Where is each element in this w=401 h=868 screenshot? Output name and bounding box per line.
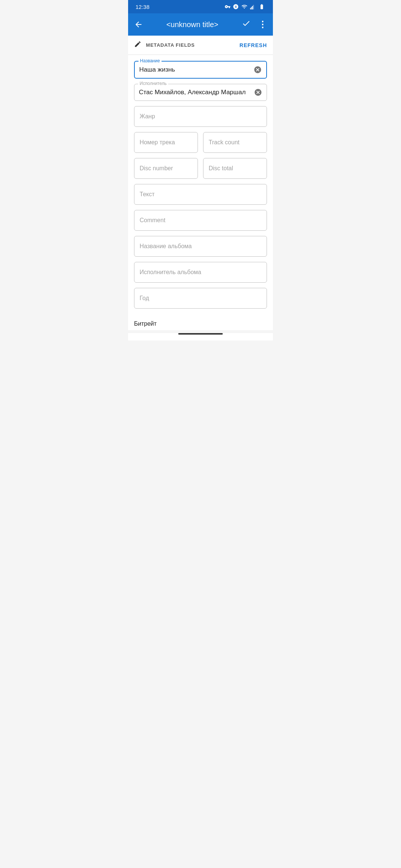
year-field[interactable]: Год bbox=[134, 288, 267, 309]
status-time: 12:38 bbox=[136, 4, 150, 10]
refresh-button[interactable]: REFRESH bbox=[239, 42, 267, 48]
edit-icon bbox=[134, 40, 141, 50]
lyrics-field[interactable]: Текст bbox=[134, 184, 267, 205]
svg-rect-1 bbox=[251, 7, 252, 10]
artist-input[interactable] bbox=[139, 87, 254, 98]
more-button[interactable]: ⋮ bbox=[258, 19, 267, 30]
comment-field[interactable]: Comment bbox=[134, 210, 267, 231]
album-title-field[interactable]: Название альбома bbox=[134, 236, 267, 257]
artist-input-row bbox=[139, 87, 262, 98]
status-icons bbox=[225, 4, 265, 10]
status-bar: 12:38 bbox=[128, 0, 273, 13]
app-bar-actions: ⋮ bbox=[242, 19, 267, 30]
artist-label: Исполнитель bbox=[138, 81, 168, 86]
genre-field[interactable]: Жанр bbox=[134, 106, 267, 127]
svg-rect-0 bbox=[250, 8, 251, 9]
app-bar-title: <unknown title> bbox=[149, 20, 236, 29]
key-icon bbox=[225, 4, 231, 10]
album-artist-field[interactable]: Исполнитель альбома bbox=[134, 262, 267, 283]
svg-rect-2 bbox=[252, 6, 253, 9]
toolbar-label: METADATA FIELDS bbox=[146, 42, 239, 48]
battery-icon bbox=[258, 4, 265, 10]
toolbar: METADATA FIELDS REFRESH bbox=[128, 36, 273, 55]
name-input-row bbox=[139, 65, 262, 75]
bitrate-label: Битрейт bbox=[134, 315, 267, 330]
track-row: Номер трека Track count bbox=[134, 132, 267, 153]
svg-rect-3 bbox=[253, 5, 254, 9]
wifi-icon bbox=[241, 4, 248, 10]
name-clear-button[interactable] bbox=[254, 66, 262, 74]
check-button[interactable] bbox=[242, 19, 251, 30]
name-input[interactable] bbox=[139, 65, 254, 75]
block-icon bbox=[233, 4, 239, 10]
artist-clear-button[interactable] bbox=[254, 88, 262, 96]
artist-field-container[interactable]: Исполнитель bbox=[134, 84, 267, 101]
content-area: Название Исполнитель Жанр Номер трека Tr… bbox=[128, 55, 273, 315]
name-label: Название bbox=[138, 58, 162, 63]
back-button[interactable] bbox=[134, 20, 143, 29]
app-bar: <unknown title> ⋮ bbox=[128, 13, 273, 36]
disc-total-field[interactable]: Disc total bbox=[203, 158, 267, 179]
signal-icon bbox=[250, 4, 256, 10]
track-number-field[interactable]: Номер трека bbox=[134, 132, 198, 153]
track-count-field[interactable]: Track count bbox=[203, 132, 267, 153]
disc-number-field[interactable]: Disc number bbox=[134, 158, 198, 179]
nav-indicator-container bbox=[128, 333, 273, 341]
name-field-container[interactable]: Название bbox=[134, 61, 267, 79]
disc-row: Disc number Disc total bbox=[134, 158, 267, 179]
bottom-partial: Битрейт bbox=[128, 315, 273, 330]
nav-indicator bbox=[178, 333, 223, 335]
